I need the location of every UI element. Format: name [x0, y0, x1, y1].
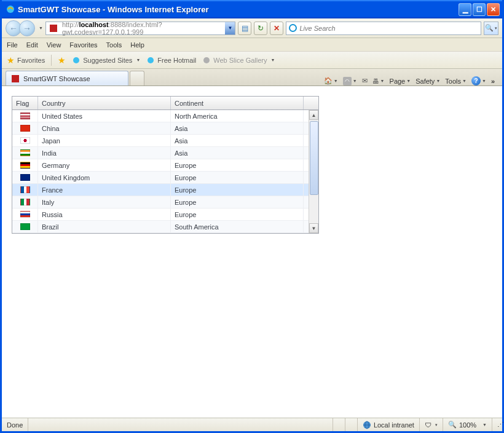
home-icon: 🏠	[324, 77, 333, 85]
menu-help[interactable]: Help	[130, 41, 144, 49]
free-hotmail-link[interactable]: Free Hotmail	[146, 56, 196, 65]
column-header-country[interactable]: Country	[38, 97, 171, 109]
table-row[interactable]: JapanAsia	[12, 135, 318, 147]
star-add-icon: ★	[58, 55, 66, 65]
menu-bar: File Edit View Favorites Tools Help	[2, 38, 502, 52]
close-button[interactable]: ✕	[487, 3, 500, 16]
ie-icon	[6, 4, 15, 14]
ie-page-icon	[202, 56, 211, 65]
svg-rect-1	[50, 25, 57, 32]
country-cell: China	[38, 122, 171, 134]
tab-smartgwt-showcase[interactable]: SmartGWT Showcase	[6, 71, 128, 85]
favorites-button[interactable]: ★Favorites	[7, 55, 45, 65]
minimize-button[interactable]: ▁	[459, 3, 471, 16]
address-bar[interactable]: http://localhost:8888/index.html?gwt.cod…	[45, 22, 236, 35]
address-input[interactable]: http://localhost:8888/index.html?gwt.cod…	[61, 21, 226, 36]
resize-grip[interactable]: ⋰	[492, 418, 502, 431]
feeds-button[interactable]: ◠▼	[343, 77, 357, 85]
refresh-button[interactable]: ↻	[254, 22, 267, 35]
grid-body: United StatesNorth AmericaChinaAsiaJapan…	[12, 110, 318, 233]
svg-rect-5	[12, 75, 19, 82]
maximize-button[interactable]: ☐	[473, 3, 486, 16]
menu-favorites[interactable]: Favorites	[69, 41, 97, 49]
table-row[interactable]: FranceEurope	[12, 184, 318, 196]
menu-file[interactable]: File	[7, 41, 18, 49]
flag-cell	[12, 209, 38, 220]
grid-header: Flag Country Continent	[12, 97, 318, 110]
flag-icon-us	[20, 113, 30, 119]
table-row[interactable]: IndiaAsia	[12, 147, 318, 159]
command-bar: 🏠▼ ◠▼ ✉ 🖶▼ Page▼ Safety▼ Tools▼ ?▼ »	[324, 76, 498, 85]
security-zone[interactable]: Local intranet	[358, 418, 420, 431]
table-row[interactable]: BrazilSouth America	[12, 221, 318, 233]
svg-point-0	[7, 6, 14, 13]
table-row[interactable]: GermanyEurope	[12, 159, 318, 172]
star-icon: ★	[7, 55, 15, 65]
flag-icon-br	[20, 223, 30, 230]
ie-page-icon	[72, 56, 81, 65]
flag-icon-jp	[20, 137, 30, 144]
print-button[interactable]: 🖶▼	[372, 77, 385, 85]
address-dropdown[interactable]: ▼	[225, 22, 235, 34]
flag-cell	[12, 147, 38, 159]
search-box[interactable]	[286, 22, 481, 35]
help-button[interactable]: ?▼	[471, 76, 486, 85]
safety-menu[interactable]: Safety▼	[415, 77, 440, 85]
zoom-control[interactable]: 🔍100%▼	[443, 418, 492, 431]
page-content: Flag Country Continent United StatesNort…	[2, 86, 502, 418]
continent-cell: South America	[171, 221, 304, 232]
flag-cell	[12, 110, 38, 122]
flag-cell	[12, 159, 38, 171]
stop-button[interactable]: ✕	[270, 22, 283, 35]
shield-icon: 🛡	[425, 421, 431, 429]
table-row[interactable]: RussiaEurope	[12, 209, 318, 221]
scroll-up-button[interactable]: ▲	[309, 110, 318, 120]
flag-icon-cn	[20, 125, 30, 132]
grid-scrollbar[interactable]: ▲ ▼	[309, 110, 318, 233]
forward-button[interactable]: →	[19, 20, 35, 36]
svg-point-3	[148, 57, 154, 63]
page-menu[interactable]: Page▼	[390, 77, 411, 85]
scroll-track[interactable]	[309, 120, 318, 223]
status-bar: Done Local intranet 🛡▾ 🔍100%▼ ⋰	[2, 418, 502, 431]
column-header-continent[interactable]: Continent	[171, 97, 304, 109]
continent-cell: Europe	[171, 172, 304, 183]
table-row[interactable]: United StatesNorth America	[12, 110, 318, 122]
column-header-flag[interactable]: Flag	[12, 97, 38, 109]
search-go-button[interactable]: 🔍▾	[484, 22, 498, 35]
suggested-sites-link[interactable]: Suggested Sites▼	[72, 56, 140, 65]
rss-icon: ◠	[343, 77, 352, 85]
compat-view-button[interactable]: ▤	[238, 22, 251, 35]
tools-menu[interactable]: Tools▼	[445, 77, 467, 85]
country-grid: Flag Country Continent United StatesNort…	[12, 96, 319, 234]
table-row[interactable]: ChinaAsia	[12, 122, 318, 135]
mail-icon: ✉	[362, 77, 368, 85]
svg-point-4	[203, 57, 210, 63]
protected-mode[interactable]: 🛡▾	[420, 418, 443, 431]
table-row[interactable]: ItalyEurope	[12, 196, 318, 209]
window-title: SmartGWT Showcase - Windows Internet Exp…	[18, 5, 459, 14]
search-input[interactable]	[299, 25, 478, 32]
new-tab-button[interactable]	[130, 71, 144, 85]
nav-history-dropdown[interactable]: ▼	[39, 26, 43, 30]
menu-tools[interactable]: Tools	[106, 41, 122, 49]
overflow-button[interactable]: »	[491, 77, 495, 85]
read-mail-button[interactable]: ✉	[362, 77, 368, 85]
flag-cell	[12, 184, 38, 196]
continent-cell: Asia	[171, 122, 304, 134]
country-cell: United States	[38, 110, 171, 122]
home-button[interactable]: 🏠▼	[324, 77, 338, 85]
tab-label: SmartGWT Showcase	[23, 75, 90, 82]
tab-page-icon	[11, 74, 20, 83]
web-slice-gallery-link[interactable]: Web Slice Gallery▼	[202, 56, 275, 65]
add-favorite-button[interactable]: ★	[58, 55, 66, 65]
table-row[interactable]: United KingdomEurope	[12, 172, 318, 184]
country-cell: United Kingdom	[38, 172, 171, 183]
scroll-thumb[interactable]	[310, 121, 318, 195]
page-icon	[49, 23, 58, 33]
flag-icon-it	[20, 199, 30, 205]
menu-edit[interactable]: Edit	[26, 41, 38, 49]
scroll-down-button[interactable]: ▼	[309, 223, 318, 233]
menu-view[interactable]: View	[47, 41, 61, 49]
flag-icon-ru	[20, 211, 30, 218]
